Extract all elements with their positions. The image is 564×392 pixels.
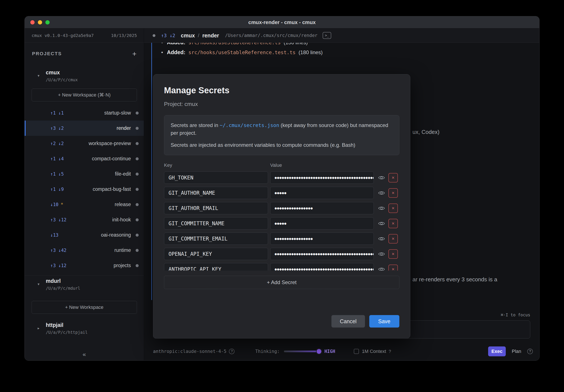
context-1m-checkbox[interactable] (354, 349, 359, 354)
secret-key-input[interactable]: GIT_COMMITTER_EMAIL (164, 233, 268, 245)
secret-row: GIT_AUTHOR_EMAIL ●●●●●●●●●●●●●●●● × (164, 202, 399, 214)
workspace-name: release (63, 202, 131, 207)
breadcrumb-workspace[interactable]: render (202, 32, 219, 39)
thinking-level-value: HIGH (324, 349, 335, 354)
workspace-item-file-edit[interactable]: ↑1↓5 file-edit (25, 166, 144, 182)
traffic-lights (30, 16, 50, 28)
reveal-secret-button[interactable] (378, 267, 385, 271)
git-behind: ↓2 (169, 33, 175, 38)
reveal-secret-button[interactable] (378, 206, 385, 211)
workspace-name: runtime (66, 247, 131, 253)
project-mdurl[interactable]: ▾ mdurl /U/a/P/c/mdurl (25, 278, 144, 291)
occluded-text-fragment: ux, Codex) (412, 129, 439, 135)
secret-value-input[interactable]: ●●●●●●●●●●●●●●●●●●●●●●●●●●●●●●●●●●●●●●●●… (270, 171, 374, 184)
dialog-footer: Cancel Save (164, 315, 399, 328)
delete-secret-button[interactable]: × (388, 173, 398, 182)
secret-value-input[interactable]: ●●●●●●●●●●●●●●●●●●●●●●●●●●●●●●●●●●●●●●●●… (270, 263, 374, 271)
project-name: mdurl (46, 278, 80, 284)
secret-key-input[interactable]: GH_TOKEN (164, 171, 268, 184)
delete-secret-button[interactable]: × (388, 249, 398, 259)
workspace-item-compact-continue[interactable]: ↑1↓4 compact-continue (25, 151, 144, 166)
help-icon[interactable]: ? (527, 349, 533, 354)
disclosure-triangle-icon[interactable]: ▾ (38, 282, 42, 286)
secret-key-input[interactable]: GIT_AUTHOR_NAME (164, 187, 268, 199)
workspace-item-startup-slow[interactable]: ↑1↓1 startup-slow (25, 105, 144, 121)
secret-value-input[interactable]: ●●●●●●●●●●●●●●●● (270, 202, 374, 214)
value-column-header: Value (270, 163, 282, 168)
dialog-title: Manage Secrets (164, 85, 399, 95)
new-workspace-button[interactable]: + New Workspace (⌘·N) (32, 88, 137, 101)
collapse-sidebar-button[interactable]: « (25, 351, 144, 358)
secret-row: GIT_COMMITTER_EMAIL ●●●●●●●●●●●●●●●● × (164, 233, 399, 245)
secret-value-input[interactable]: ●●●●● (270, 217, 374, 229)
bullet-icon: • (161, 43, 163, 45)
secret-value-input[interactable]: ●●●●● (270, 187, 374, 199)
minimize-window-button[interactable] (38, 20, 42, 25)
cancel-button[interactable]: Cancel (331, 315, 365, 328)
git-stats: ↑3↓42 (50, 248, 66, 253)
new-workspace-button[interactable]: + New Workspace (32, 301, 137, 314)
added-file-line: •Added:src/hooks/useStableReference.test… (161, 49, 323, 56)
workspace-item-compact-bug-fast[interactable]: ↑1↓9 compact-bug-fast (25, 182, 144, 197)
add-project-button[interactable]: + (132, 50, 137, 57)
reveal-secret-button[interactable] (378, 252, 385, 256)
workspace-item-oai-reasoning[interactable]: ↓13 oai-reasoning (25, 227, 144, 243)
reveal-secret-button[interactable] (378, 175, 385, 180)
git-stats: ↑3↓12 (50, 217, 66, 223)
secrets-list: GH_TOKEN ●●●●●●●●●●●●●●●●●●●●●●●●●●●●●●●… (164, 171, 399, 271)
build-date: 10/13/2025 (111, 33, 137, 38)
workspace-status-dot (136, 173, 139, 176)
workspace-item-render[interactable]: ↑3↓2 render (25, 121, 144, 136)
zoom-window-button[interactable] (45, 20, 50, 25)
add-secret-button[interactable]: + Add Secret (164, 276, 399, 289)
delete-secret-button[interactable]: × (388, 265, 398, 271)
workspace-item-runtime[interactable]: ↑3↓42 runtime (25, 243, 144, 258)
close-window-button[interactable] (30, 20, 35, 25)
workspace-topbar: ↑3 ↓2 cmux / render /Users/ammar/.cmux/s… (144, 28, 539, 43)
exec-mode-button[interactable]: Exec (488, 346, 506, 356)
breadcrumb-separator: / (198, 32, 199, 39)
project-httpjail[interactable]: ▸ httpjail /U/a/P/c/httpjail (25, 322, 144, 335)
git-behind: ↓5 (58, 171, 64, 177)
secret-key-input[interactable]: GIT_AUTHOR_EMAIL (164, 202, 268, 214)
sidebar-divider (25, 276, 144, 276)
git-ahead: ↑3 (50, 248, 56, 253)
occluded-text-fragment: ar re-renders every 3 seconds is a (412, 276, 497, 283)
secret-key-input[interactable]: OPENAI_API_KEY (164, 248, 268, 260)
git-stats: ↑1↓4 (50, 156, 64, 161)
thinking-level-slider[interactable] (284, 350, 321, 352)
reveal-secret-button[interactable] (378, 191, 385, 195)
plan-mode-button[interactable]: Plan (512, 349, 521, 354)
project-name: httpjail (46, 322, 87, 328)
secret-value-input[interactable]: ●●●●●●●●●●●●●●●●●●●●●●●●●●●●●●●●●●●●●●●●… (270, 248, 374, 260)
delete-secret-button[interactable]: × (388, 188, 398, 198)
secret-key-input[interactable]: GIT_COMMITTER_NAME (164, 217, 268, 229)
model-info-icon[interactable]: ? (229, 349, 235, 354)
secret-value-input[interactable]: ●●●●●●●●●●●●●●●● (270, 233, 374, 245)
open-terminal-button[interactable]: >_ (323, 32, 331, 39)
disclosure-triangle-icon[interactable]: ▾ (38, 73, 42, 78)
sidebar: cmux v0.1.0-43-gd2a5e9a7 10/13/2025 PROJ… (25, 28, 144, 360)
context-help-icon[interactable]: ? (389, 349, 391, 354)
secret-key-input[interactable]: ANTHROPIC_API_KEY (164, 263, 268, 271)
workspace-item-projects[interactable]: ↑3↓12 projects (25, 258, 144, 273)
project-cmux[interactable]: ▾ cmux /U/a/P/c/cmux (25, 70, 144, 82)
breadcrumb-project[interactable]: cmux (181, 32, 195, 39)
workspace-item-init-hook[interactable]: ↑3↓12 init-hook (25, 212, 144, 227)
disclosure-triangle-icon[interactable]: ▸ (38, 326, 42, 331)
delete-secret-button[interactable]: × (388, 219, 398, 228)
workspace-name: startup-slow (64, 110, 131, 116)
workspace-item-workspace-preview[interactable]: ↑2↓2 workspace-preview (25, 136, 144, 151)
git-stats: ↑3↓12 (50, 263, 66, 268)
reveal-secret-button[interactable] (378, 221, 385, 226)
model-name[interactable]: anthropic:claude-sonnet-4-5 (153, 349, 226, 354)
git-behind: ↓12 (58, 217, 66, 223)
reveal-secret-button[interactable] (378, 236, 385, 241)
delete-secret-button[interactable]: × (388, 234, 398, 243)
git-stats: ↑3↓2 (50, 126, 64, 131)
delete-secret-button[interactable]: × (388, 204, 398, 213)
slider-knob[interactable] (317, 349, 321, 354)
workspace-item-release[interactable]: ↓10* release (25, 197, 144, 212)
save-button[interactable]: Save (369, 315, 399, 328)
project-path: /U/a/P/c/cmux (46, 77, 78, 82)
